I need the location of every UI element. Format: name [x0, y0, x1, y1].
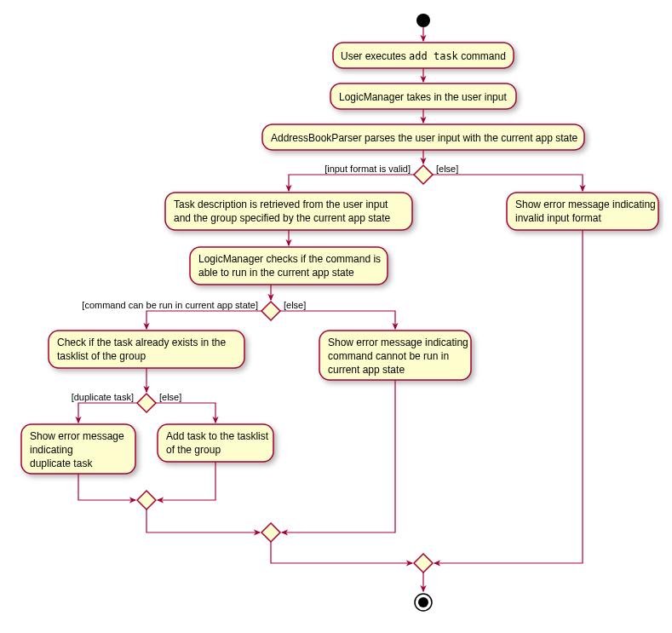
n7-line1: Check if the task already exists in the [57, 337, 226, 348]
n5-line1: Show error message indicating [515, 199, 656, 210]
n7-line2: tasklist of the group [57, 350, 146, 362]
d1-right-guard: [else] [436, 164, 458, 174]
n10-line1: Add task to the tasklist [166, 430, 269, 442]
n1-text-pre: User executes [341, 50, 409, 62]
d2-left-guard: [command can be run in current app state… [82, 300, 258, 310]
n4-line1: Task description is retrieved from the u… [174, 199, 388, 210]
n4-line2: and the group specified by the current a… [174, 212, 390, 224]
merge-m1 [414, 554, 433, 573]
svg-text:User executes add task command: User executes add task command [341, 50, 506, 62]
n8-line1: Show error message indicating [328, 337, 468, 348]
end-node-inner [418, 597, 428, 607]
n8-line3: current app state [328, 364, 405, 376]
n9-line1: Show error message [30, 430, 124, 442]
d3-left-guard: [duplicate task] [72, 392, 134, 402]
d3-right-guard: [else] [159, 392, 181, 402]
n9-line3: duplicate task [30, 457, 93, 469]
decision-d3 [137, 394, 156, 412]
decision-d1 [414, 165, 433, 184]
n6-line2: able to run in the current app state [198, 267, 354, 279]
d1-left-guard: [input format is valid] [325, 164, 411, 174]
n10-line2: of the group [166, 444, 221, 456]
activity-diagram: User executes add task command LogicMana… [9, 9, 663, 624]
merge-m3 [137, 491, 156, 509]
start-node [416, 14, 430, 27]
decision-d2 [261, 302, 280, 320]
n9-line2: indicating [30, 444, 73, 456]
n2-text: LogicManager takes in the user input [339, 91, 507, 103]
n3-text: AddressBookParser parses the user input … [271, 132, 578, 144]
merge-m2 [261, 523, 280, 542]
n1-text-mono: add task [409, 50, 459, 62]
n6-line1: LogicManager checks if the command is [198, 253, 381, 265]
d2-right-guard: [else] [284, 300, 306, 310]
n5-line2: invalid input format [515, 212, 601, 224]
n8-line2: command cannot be run in [328, 350, 449, 362]
n1-text-post: command [458, 50, 506, 62]
